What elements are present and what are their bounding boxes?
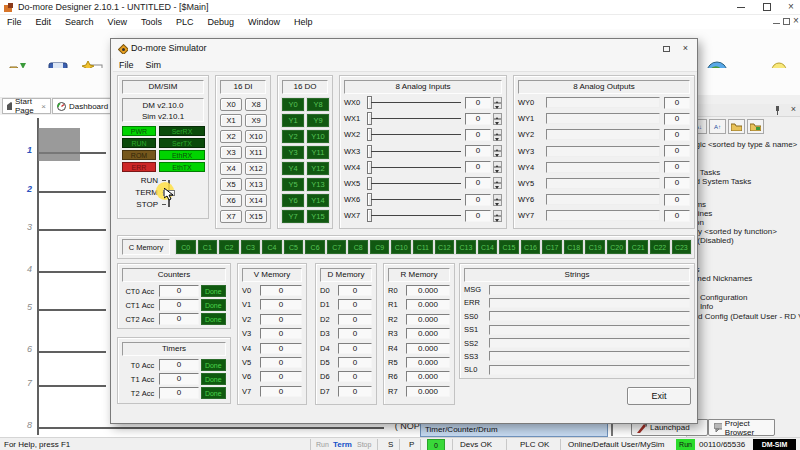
c-bit-cell[interactable]: C22 [650,240,670,254]
c-bit-cell[interactable]: C3 [241,240,261,254]
slider-thumb-icon[interactable] [367,96,372,109]
project-tree-item[interactable]: ed System Tasks [691,177,751,186]
slider-thumb-icon[interactable] [367,177,372,190]
memory-value[interactable]: 0 [260,314,302,325]
c-bit-cell[interactable]: C20 [607,240,627,254]
value-spinner[interactable] [493,194,502,206]
memory-value[interactable]: 0.000 [406,343,450,354]
string-value-field[interactable] [489,285,690,295]
menu-item[interactable]: PLC [169,15,201,29]
spin-down-icon[interactable] [493,119,502,125]
c-bit-cell[interactable]: C16 [521,240,541,254]
string-value-field[interactable] [489,298,690,308]
c-bit-cell[interactable]: C19 [585,240,605,254]
di-toggle-button[interactable]: X5 [220,178,242,191]
analog-input-slider[interactable] [366,177,463,190]
memory-value[interactable]: 0 [338,285,372,296]
di-toggle-button[interactable]: X6 [220,194,242,207]
memory-value[interactable]: 0.000 [406,314,450,325]
analog-input-slider[interactable] [366,128,463,141]
c-bit-cell[interactable]: C7 [327,240,347,254]
pin-icon[interactable] [774,106,781,113]
analog-input-slider[interactable] [366,96,463,109]
memory-value[interactable]: 0 [338,314,372,325]
menu-item[interactable]: Help [287,15,320,29]
di-toggle-button[interactable]: X13 [245,178,267,191]
mdi-close-icon[interactable]: × [793,15,799,27]
panel-close-icon[interactable]: × [791,104,796,114]
di-toggle-button[interactable]: X2 [220,130,242,143]
counter-value[interactable]: 0 [159,313,198,325]
di-toggle-button[interactable]: X7 [220,210,242,223]
value-spinner[interactable] [493,210,502,222]
di-toggle-button[interactable]: X15 [245,210,267,223]
value-spinner[interactable] [493,161,502,173]
slider-thumb-icon[interactable] [367,161,372,174]
slider-thumb-icon[interactable] [367,128,372,141]
di-toggle-button[interactable]: X0 [220,98,242,111]
status-mode-stop[interactable]: Stop [357,439,371,450]
string-value-field[interactable] [489,351,690,361]
c-bit-cell[interactable]: C18 [564,240,584,254]
spin-down-icon[interactable] [493,151,502,157]
slider-thumb-icon[interactable] [367,209,372,222]
analog-input-slider[interactable] [366,209,463,222]
memory-value[interactable]: 0.000 [406,386,450,397]
memory-value[interactable]: 0.000 [406,357,450,368]
mdi-restore-icon[interactable] [783,18,790,25]
analog-input-slider[interactable] [366,193,463,206]
c-bit-cell[interactable]: C13 [456,240,476,254]
c-bit-cell[interactable]: C11 [413,240,433,254]
slider-thumb-icon[interactable] [367,112,372,125]
c-bit-cell[interactable]: C8 [348,240,368,254]
counter-value[interactable]: 0 [159,299,198,311]
project-tree-item[interactable]: igned Nicknames [691,274,752,283]
di-toggle-button[interactable]: X3 [220,146,242,159]
menu-item[interactable]: Edit [29,15,59,29]
memory-value[interactable]: 0 [338,357,372,368]
analog-input-value[interactable]: 0 [465,161,491,173]
mdi-minimize-icon[interactable] [773,23,780,24]
analog-input-value[interactable]: 0 [465,97,491,109]
di-toggle-button[interactable]: X10 [245,130,267,143]
spin-down-icon[interactable] [493,135,502,141]
c-bit-cell[interactable]: C9 [370,240,390,254]
value-spinner[interactable] [493,113,502,125]
spin-down-icon[interactable] [493,103,502,109]
menu-item[interactable]: Search [58,15,101,29]
tab-close-icon[interactable]: × [41,102,46,111]
timer-value[interactable]: 0 [159,359,198,371]
sort-za-button[interactable]: A↑ [709,119,726,134]
value-spinner[interactable] [493,177,502,189]
minimize-icon[interactable] [737,7,745,8]
memory-value[interactable]: 0 [260,357,302,368]
dialog-menu-item[interactable]: File [113,58,140,72]
c-bit-cell[interactable]: C1 [198,240,218,254]
memory-value[interactable]: 0.000 [406,371,450,382]
memory-value[interactable]: 0 [260,386,302,397]
close-icon[interactable]: × [788,1,794,13]
list-item[interactable]: Timer/Counter/Drum [421,422,607,436]
memory-value[interactable]: 0.000 [406,328,450,339]
menu-item[interactable]: File [0,15,29,29]
c-bit-cell[interactable]: C5 [284,240,304,254]
slider-thumb-icon[interactable] [367,193,372,206]
value-spinner[interactable] [493,145,502,157]
di-toggle-button[interactable]: X9 [245,114,267,127]
c-bit-cell[interactable]: C15 [499,240,519,254]
c-bit-cell[interactable]: C2 [219,240,239,254]
analog-input-value[interactable]: 0 [465,113,491,125]
c-bit-cell[interactable]: C17 [542,240,562,254]
c-bit-cell[interactable]: C6 [305,240,325,254]
c-bit-cell[interactable]: C21 [628,240,648,254]
analog-input-slider[interactable] [366,145,463,158]
menu-item[interactable]: Window [241,15,287,29]
memory-value[interactable]: 0 [338,328,372,339]
status-mode-run[interactable]: Run [316,439,329,450]
timer-value[interactable]: 0 [159,387,198,399]
dialog-titlebar[interactable]: Do-more Simulator × [111,39,697,58]
analog-input-value[interactable]: 0 [465,145,491,157]
folder-open-button[interactable] [747,119,764,134]
memory-value[interactable]: 0 [338,371,372,382]
c-bit-cell[interactable]: C14 [478,240,498,254]
